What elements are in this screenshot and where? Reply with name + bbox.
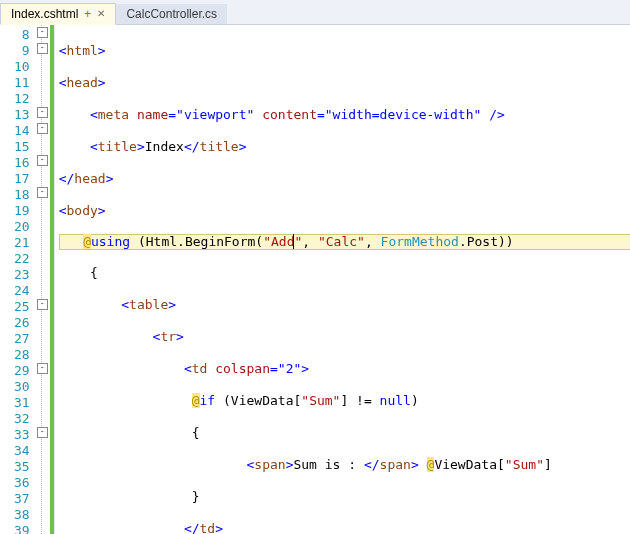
fold-toggle-icon[interactable]: - <box>37 27 48 38</box>
code-editor[interactable]: 8 9 10 11 12 13 14 15 16 17 18 19 20 21 … <box>0 25 630 534</box>
current-line: @using (Html.BeginForm("Add", "Calc", Fo… <box>59 234 630 250</box>
code-body[interactable]: <html> <head> <meta name="viewport" cont… <box>55 25 630 534</box>
tab-active[interactable]: Index.cshtml + ✕ <box>0 3 116 25</box>
fold-toggle-icon[interactable]: - <box>37 155 48 166</box>
close-icon[interactable]: ✕ <box>97 9 105 19</box>
line-numbers: 8 9 10 11 12 13 14 15 16 17 18 19 20 21 … <box>0 25 36 534</box>
fold-column: --------- <box>36 25 50 534</box>
fold-toggle-icon[interactable]: - <box>37 363 48 374</box>
fold-toggle-icon[interactable]: - <box>37 187 48 198</box>
unsaved-icon: + <box>84 7 91 21</box>
gutter: 8 9 10 11 12 13 14 15 16 17 18 19 20 21 … <box>0 25 55 534</box>
fold-toggle-icon[interactable]: - <box>37 299 48 310</box>
fold-toggle-icon[interactable]: - <box>37 427 48 438</box>
change-bar <box>50 25 54 534</box>
fold-toggle-icon[interactable]: - <box>37 123 48 134</box>
tab-bar: Index.cshtml + ✕ CalcController.cs <box>0 0 630 25</box>
fold-toggle-icon[interactable]: - <box>37 107 48 118</box>
fold-toggle-icon[interactable]: - <box>37 43 48 54</box>
tab-inactive[interactable]: CalcController.cs <box>116 4 227 24</box>
tab-label: CalcController.cs <box>126 7 217 21</box>
tab-label: Index.cshtml <box>11 7 78 21</box>
